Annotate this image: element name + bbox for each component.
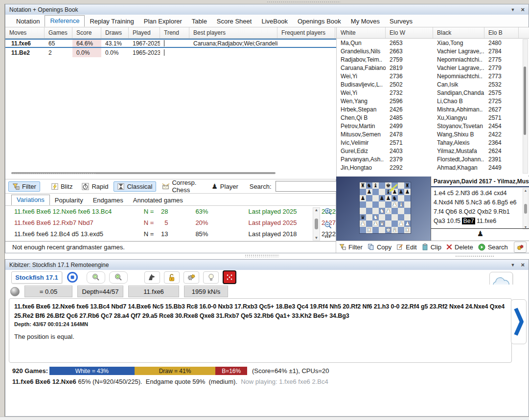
tab-table[interactable]: Table: [187, 16, 212, 27]
panel-menu-icon[interactable]: ▼: [510, 7, 515, 12]
player-row[interactable]: Mitusov,Semen2478Wang,Shixu B2422: [337, 130, 529, 138]
zoom-in-icon[interactable]: [324, 207, 332, 216]
speed-box[interactable]: 1959 kN/s: [184, 286, 228, 297]
analysis-output[interactable]: 11.fxe6 Bxe6 12.Nxe6 fxe6 13.Bc4 Nbd7 14…: [9, 298, 512, 363]
current-move[interactable]: Be7: [462, 218, 475, 224]
tab-reference[interactable]: Reference: [45, 15, 85, 27]
filter-button[interactable]: Filter: [339, 243, 363, 251]
delete-button[interactable]: Delete: [446, 243, 473, 251]
tab-livebook[interactable]: LiveBook: [256, 16, 292, 27]
classical-button[interactable]: Classical: [114, 181, 156, 192]
column-header[interactable]: Played: [129, 27, 160, 38]
player-row[interactable]: Parvanyan,Ash..2379Florstedt,Johann..239…: [337, 155, 529, 163]
variation-row[interactable]: 11.fxe6 fxe6 12.Bc4 d5 13.exd5N =1385%La…: [5, 228, 336, 240]
player-row[interactable]: Caruana,Fabiano2819Vachier Lagrave,..277…: [337, 64, 529, 72]
player-row[interactable]: Chen,Qi B2485Xu,Xiangyu2571: [337, 113, 529, 122]
vertical-scrollbar[interactable]: [523, 39, 528, 174]
scrollbar-thumb[interactable]: [524, 66, 526, 135]
tab-surveys[interactable]: Surveys: [385, 16, 417, 27]
tab-my-moves[interactable]: My Moves: [346, 16, 385, 27]
stop-engine-button[interactable]: [66, 272, 79, 283]
tab-notation[interactable]: Notation: [11, 16, 45, 27]
player-row[interactable]: Radjabov,Teim..2759Nepomniachtchi..2775: [337, 55, 529, 64]
zoom-in-button[interactable]: [87, 271, 105, 284]
clip-button[interactable]: Clip: [422, 243, 441, 251]
column-header[interactable]: Games: [45, 27, 72, 38]
splitter-handle[interactable]: [455, 255, 494, 258]
column-header[interactable]: Black: [433, 27, 484, 38]
engine-state-sphere-icon[interactable]: [10, 287, 20, 296]
player-row[interactable]: Hrbek,Stepan2426Mishra,Abhiman..2627: [337, 105, 529, 113]
player-row[interactable]: Wei,Yi2736Nepomniachtchi..2773: [337, 72, 529, 80]
scroll-up-icon[interactable]: ▲: [315, 208, 319, 212]
panel-menu-icon[interactable]: ▼: [510, 263, 515, 267]
player-row[interactable]: Ivic,Velimir2571Tahay,Alexis2364: [337, 138, 529, 147]
hint-bulb-button[interactable]: [203, 271, 219, 284]
player-row[interactable]: Budisavljevic,L..2502Can,Isik2532: [337, 80, 529, 88]
variation-row[interactable]: 11.fxe6 Bxe6 12.Nxe6 fxe6 13.Bc4N =2863%…: [5, 206, 336, 217]
settings-gear-button[interactable]: [514, 242, 527, 253]
column-header[interactable]: Elo B: [484, 27, 519, 38]
chess-board[interactable]: ♜♞♝♚♜♟♝♟♟♟♟♟♟♞♟♝♞♟♛♞♟♟♛♟♟♜♚♝♜: [360, 182, 411, 233]
depth-box[interactable]: Depth=44/57: [77, 286, 123, 297]
player-row[interactable]: Wei,Yi2732Sandipan,Chanda2575: [337, 88, 529, 97]
scrollbar-thumb[interactable]: [315, 219, 318, 229]
tab-openings-book[interactable]: Openings Book: [293, 16, 346, 27]
tab-plan-explorer[interactable]: Plan Explorer: [139, 16, 187, 27]
dice-button[interactable]: [223, 270, 236, 284]
more-options-icon[interactable]: •••: [325, 235, 331, 240]
player-button[interactable]: ♟ Player: [207, 181, 242, 192]
player-row[interactable]: Jin,Hongtao2292Ahmad,Khagan2449: [337, 163, 529, 172]
zoom-out-icon[interactable]: [324, 221, 332, 229]
watchdog-button[interactable]: [144, 271, 160, 284]
variations-scrollbar[interactable]: ▲ ▼: [313, 207, 320, 241]
expand-chevron-button[interactable]: [511, 299, 527, 344]
column-header[interactable]: Frequent players: [277, 27, 335, 38]
engine-main-line[interactable]: 11.fxe6 Bxe6 12.Nxe6 fxe6 13.Bc4 Nbd7 14…: [14, 302, 506, 321]
table-row[interactable]: 11.Be220.0%0.0%1965-2023: [5, 48, 336, 57]
variation-row[interactable]: 11.fxe6 Bxe6 12.Rxb7 Nbd7N =520%Last pla…: [5, 217, 336, 228]
scrollbar-thumb[interactable]: [524, 204, 527, 214]
column-header[interactable]: Score: [72, 27, 101, 38]
scroll-up-icon[interactable]: ▲: [524, 189, 528, 192]
subtab-annotated-games[interactable]: Annotated games: [128, 196, 188, 205]
column-header[interactable]: Draws: [101, 27, 129, 38]
tab-replay-training[interactable]: Replay Training: [85, 16, 138, 27]
tab-score-sheet[interactable]: Score Sheet: [212, 16, 257, 27]
game-header[interactable]: Paravyan,David 2617 - Yilmaz,Musta: [431, 177, 529, 187]
copy-button[interactable]: Copy: [368, 243, 391, 251]
subtab-variations[interactable]: Variations: [11, 195, 50, 205]
zoom-out-button[interactable]: [109, 271, 128, 284]
current-move-box[interactable]: 11.fxe6: [128, 286, 179, 297]
search-button[interactable]: Search: [478, 243, 508, 251]
lock-button[interactable]: [164, 271, 180, 284]
game-notation[interactable]: 1.e4 c5 2.Nf3 d6 3.d4 cxd4 4.Nxd4 Nf6 5.…: [431, 187, 529, 229]
engine-name-button[interactable]: Stockfish 17.1: [11, 271, 62, 284]
player-row[interactable]: Ma,Qun2653Xiao,Tong2480: [337, 39, 529, 47]
eval-box[interactable]: = 0.05: [24, 286, 72, 297]
edit-button[interactable]: Edit: [396, 243, 416, 251]
splitter-handle[interactable]: [12, 173, 95, 175]
rapid-button[interactable]: Rapid: [78, 181, 112, 192]
notation-scrollbar[interactable]: ▲ ▼: [523, 188, 529, 229]
close-icon[interactable]: ×: [521, 6, 525, 13]
subtab-endgames[interactable]: Endgames: [88, 196, 128, 205]
filter-button[interactable]: Filter: [8, 181, 40, 192]
panel-splitter[interactable]: [245, 254, 279, 257]
splitter-handle[interactable]: [267, 1, 340, 3]
column-header[interactable]: Elo W: [386, 27, 433, 38]
player-row[interactable]: Grandelius,Nils2663Vachier Lagrave,..278…: [337, 47, 529, 55]
engine-settings-button[interactable]: [184, 271, 199, 284]
player-row[interactable]: Wen,Yang2596Li,Chao B2725: [337, 97, 529, 105]
column-header[interactable]: White: [337, 27, 386, 38]
scroll-down-icon[interactable]: ▼: [315, 236, 319, 240]
column-header[interactable]: Trend: [160, 27, 189, 38]
corresp-chess-button[interactable]: Corresp. Chess: [158, 177, 200, 195]
subtab-popularity[interactable]: Popularity: [50, 196, 88, 205]
blitz-button[interactable]: Blitz: [47, 181, 77, 192]
column-header[interactable]: Moves: [5, 27, 45, 38]
table-row[interactable]: 11.fxe66564.6%43.1%1967-2025Caruana;Radj…: [5, 39, 336, 48]
player-row[interactable]: Petrov,Martin2499Stoyanov,Tsvetan2454: [337, 122, 529, 130]
column-header[interactable]: Best players: [189, 27, 277, 38]
player-row[interactable]: Gurel,Ediz2403Yilmaz,Mustafa2624: [337, 147, 529, 155]
